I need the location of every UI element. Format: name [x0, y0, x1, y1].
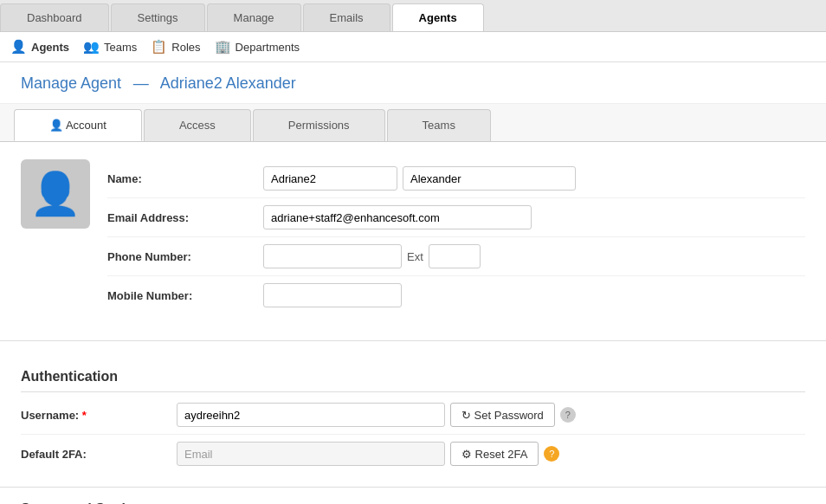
email-row: Email Address: [107, 198, 805, 237]
page-title-bar: Manage Agent — Adriane2 Alexander [0, 62, 826, 104]
avatar-icon: 👤 [29, 173, 81, 215]
tab-agents[interactable]: Agents [392, 3, 484, 31]
tab-settings[interactable]: Settings [111, 3, 205, 31]
mobile-input[interactable] [263, 283, 402, 307]
subnav-teams[interactable]: 👥 Teams [83, 39, 137, 55]
name-row: Name: [107, 159, 805, 198]
phone-controls: Ext [263, 244, 805, 268]
tab-manage[interactable]: Manage [207, 3, 301, 31]
agent-name: Adriane2 Alexander [160, 74, 296, 92]
subnav-departments-label: Departments [236, 41, 300, 54]
mobile-label: Mobile Number: [107, 289, 263, 302]
account-form-fields: Name: Email Address: Phone Number: Ext [107, 159, 805, 314]
username-input[interactable] [177, 403, 445, 427]
tab-dashboard[interactable]: Dashboard [0, 3, 109, 31]
reset-2fa-button[interactable]: ⚙ Reset 2FA [450, 442, 539, 466]
ext-input[interactable] [429, 244, 481, 268]
account-content: 👤 Name: Email Address: Phone Number: [0, 142, 826, 341]
subnav-teams-label: Teams [104, 41, 137, 54]
tab-account-label: Account [66, 119, 106, 132]
tab-permissions[interactable]: Permissions [253, 109, 385, 141]
email-controls [263, 205, 805, 229]
twofa-controls: ⚙ Reset 2FA ? [177, 442, 805, 466]
email-input[interactable] [263, 205, 532, 229]
name-controls [263, 166, 805, 191]
username-controls: ↻ Set Password ? [177, 403, 805, 427]
phone-input[interactable] [263, 244, 402, 268]
twofa-input[interactable] [177, 442, 445, 466]
avatar: 👤 [21, 159, 90, 229]
sub-navigation: 👤 Agents 👥 Teams 📋 Roles 🏢 Departments [0, 32, 826, 62]
authentication-section: Authentication Username: ↻ Set Password … [0, 341, 826, 488]
mobile-controls [263, 283, 805, 307]
page-title-separator: — [133, 74, 153, 92]
tab-teams[interactable]: Teams [387, 109, 491, 141]
tab-emails[interactable]: Emails [303, 3, 390, 31]
subnav-agents-label: Agents [31, 41, 69, 54]
reset-2fa-help-icon[interactable]: ? [544, 446, 559, 462]
last-name-input[interactable] [403, 166, 576, 191]
username-row: Username: ↻ Set Password ? [21, 396, 805, 435]
top-navigation: Dashboard Settings Manage Emails Agents [0, 0, 826, 32]
page-title: Manage Agent — Adriane2 Alexander [14, 73, 296, 92]
profile-area: 👤 Name: Email Address: Phone Number: [21, 159, 805, 314]
departments-icon: 🏢 [215, 39, 231, 55]
mobile-row: Mobile Number: [107, 276, 805, 314]
subnav-roles[interactable]: 📋 Roles [151, 39, 200, 55]
email-label: Email Address: [107, 211, 263, 224]
page-title-prefix: Manage Agent [21, 74, 121, 92]
content-tabs: 👤 Account Access Permissions Teams [0, 104, 826, 142]
teams-icon: 👥 [83, 39, 100, 55]
phone-row: Phone Number: Ext [107, 237, 805, 276]
set-password-help-icon[interactable]: ? [560, 407, 576, 423]
account-icon: 👤 [49, 119, 66, 132]
name-label: Name: [107, 172, 263, 185]
set-password-button[interactable]: ↻ Set Password [450, 403, 555, 427]
phone-label: Phone Number: [107, 250, 263, 263]
subnav-agents[interactable]: 👤 Agents [10, 39, 69, 55]
username-label: Username: [21, 409, 177, 422]
roles-icon: 📋 [151, 39, 167, 55]
subnav-roles-label: Roles [171, 41, 200, 54]
twofa-row: Default 2FA: ⚙ Reset 2FA ? [21, 435, 805, 473]
status-section: Status and Settings Locked Administrator… [0, 488, 826, 504]
subnav-departments[interactable]: 🏢 Departments [215, 39, 300, 55]
tab-access[interactable]: Access [144, 109, 251, 141]
auth-header: Authentication [21, 355, 805, 392]
twofa-label: Default 2FA: [21, 448, 177, 461]
agents-icon: 👤 [10, 39, 27, 55]
first-name-input[interactable] [263, 166, 397, 191]
ext-label: Ext [407, 250, 423, 263]
tab-account[interactable]: 👤 Account [14, 109, 142, 141]
